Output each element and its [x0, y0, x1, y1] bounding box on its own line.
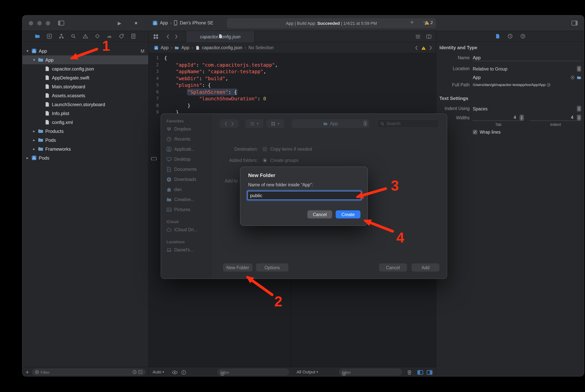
- folder-name-input[interactable]: [247, 191, 361, 200]
- add-file-button[interactable]: +: [25, 369, 29, 375]
- forward-button[interactable]: [174, 34, 178, 39]
- inspector-toggle-icon[interactable]: [572, 20, 578, 26]
- issue-navigator-tab-icon[interactable]: [83, 34, 88, 39]
- history-inspector-tab-icon[interactable]: [508, 34, 513, 39]
- dialog-search-field[interactable]: [377, 119, 439, 128]
- navigator-filter-field[interactable]: [32, 369, 145, 375]
- console-filter-input[interactable]: [342, 370, 399, 374]
- add-editor-split-icon[interactable]: [426, 34, 431, 39]
- clear-console-icon[interactable]: [407, 370, 412, 375]
- tree-row-capacitor-config-json[interactable]: capacitor.config.json: [22, 64, 148, 73]
- swap-editor-icon[interactable]: [423, 20, 429, 26]
- breadcrumb-selection[interactable]: No Selection: [248, 45, 274, 50]
- tree-row-pods[interactable]: ▸Pods: [22, 154, 148, 162]
- icon-view-dropdown[interactable]: ▾: [266, 119, 284, 128]
- editor-tab[interactable]: capacitor.config.json: [186, 31, 255, 42]
- disclosure-down-icon[interactable]: ▾: [32, 58, 36, 62]
- sidebar-item-dropbox[interactable]: Dropbox: [161, 124, 211, 134]
- stepper-icon[interactable]: ▴▾: [520, 115, 524, 120]
- navigator-toggle-icon[interactable]: [58, 20, 64, 26]
- find-navigator-tab-icon[interactable]: [71, 34, 76, 39]
- source-control-status-filter-icon[interactable]: [138, 370, 142, 374]
- previous-issue-icon[interactable]: [414, 46, 419, 50]
- tree-row-info-plist[interactable]: Info.plist: [22, 109, 148, 118]
- disclosure-right-icon[interactable]: ▸: [32, 147, 36, 151]
- dialog-cancel-button[interactable]: Cancel: [379, 264, 407, 272]
- next-issue-icon[interactable]: [429, 46, 433, 50]
- forward-icon[interactable]: [230, 122, 235, 126]
- navigator-filter-input[interactable]: [41, 370, 131, 374]
- sidebar-item-recents[interactable]: Recents: [161, 134, 211, 144]
- sidebar-item-daniel-s[interactable]: Daniel's...: [161, 245, 211, 255]
- back-forward-group[interactable]: [220, 119, 238, 128]
- tree-row-main-storyboard[interactable]: Main.storyboard: [22, 82, 148, 91]
- tree-row-app[interactable]: ▾AppM: [22, 46, 148, 56]
- tree-row-launchscreen-storyboard[interactable]: LaunchScreen.storyboard: [22, 100, 148, 109]
- print-description-icon[interactable]: [181, 370, 186, 375]
- stepper-icon[interactable]: ▴▾: [363, 120, 367, 126]
- stepper-icon[interactable]: ▴▾: [577, 106, 581, 112]
- create-groups-radio[interactable]: [262, 158, 267, 163]
- recent-files-filter-icon[interactable]: [132, 370, 137, 374]
- list-view-dropdown[interactable]: ▾: [245, 119, 263, 128]
- add-editor-button[interactable]: +: [410, 18, 414, 26]
- breadcrumb-file[interactable]: capacitor.config.json: [202, 45, 242, 50]
- tree-row-appdelegate-swift[interactable]: AppDelegate.swift: [22, 73, 148, 82]
- show-console-view-icon[interactable]: [427, 370, 433, 375]
- dialog-add-button[interactable]: Add: [412, 264, 439, 272]
- choose-folder-icon[interactable]: [577, 75, 581, 80]
- reset-location-icon[interactable]: [571, 76, 575, 80]
- sidebar-item-creative[interactable]: Creative...: [161, 194, 211, 204]
- dialog-search-input[interactable]: [386, 121, 436, 126]
- tab-overview-icon[interactable]: [153, 34, 158, 39]
- variables-view-mode[interactable]: Auto▾: [152, 370, 164, 374]
- back-icon[interactable]: [224, 122, 228, 126]
- scheme-selector[interactable]: App › Dan's iPhone SE: [152, 20, 213, 26]
- copy-items-checkbox[interactable]: [262, 147, 267, 152]
- zoom-button[interactable]: [46, 21, 50, 26]
- minimize-button[interactable]: [37, 21, 42, 26]
- tab-width-field[interactable]: 4▴▾: [473, 114, 524, 121]
- folder-path-dropdown[interactable]: App ▴▾: [292, 119, 369, 128]
- wrap-lines-row[interactable]: ✓ Wrap lines: [473, 130, 501, 134]
- tree-row-pods[interactable]: ▸Pods: [22, 136, 148, 144]
- name-field[interactable]: App: [473, 54, 581, 61]
- tree-row-products[interactable]: ▸Products: [22, 127, 148, 136]
- variables-filter-field[interactable]: [218, 369, 289, 375]
- quick-help-inspector-tab-icon[interactable]: [520, 34, 525, 39]
- disclosure-right-icon[interactable]: ▸: [32, 138, 36, 142]
- options-button[interactable]: Options: [256, 264, 288, 272]
- back-button[interactable]: [166, 34, 170, 39]
- report-navigator-tab-icon[interactable]: [131, 34, 136, 39]
- disclosure-right-icon[interactable]: ▸: [32, 129, 36, 133]
- file-inspector-tab-icon[interactable]: [496, 34, 500, 39]
- sidebar-item-pictures[interactable]: Pictures: [161, 204, 211, 214]
- jumpbar-warning-icon[interactable]: [421, 46, 426, 50]
- editor-options-icon[interactable]: [415, 34, 421, 39]
- console-output-mode[interactable]: All Output▾: [297, 370, 318, 374]
- debug-navigator-tab-icon[interactable]: [107, 34, 112, 39]
- show-variables-view-icon[interactable]: [417, 370, 423, 375]
- indent-using-dropdown[interactable]: Spaces▴▾: [473, 105, 581, 112]
- stop-button[interactable]: ■: [135, 20, 137, 25]
- source-control-navigator-tab-icon[interactable]: [47, 34, 52, 39]
- breakpoint-navigator-tab-icon[interactable]: [119, 34, 124, 39]
- disclosure-down-icon[interactable]: ▾: [25, 49, 29, 53]
- wrap-lines-checkbox[interactable]: ✓: [473, 130, 477, 134]
- create-button[interactable]: Create: [336, 210, 360, 218]
- sidebar-item-dan[interactable]: dan: [161, 184, 211, 194]
- breadcrumb-group[interactable]: App: [181, 45, 189, 50]
- run-button[interactable]: ▶: [118, 20, 121, 26]
- sidebar-item-documents[interactable]: Documents: [161, 164, 211, 174]
- tree-row-frameworks[interactable]: ▸Frameworks: [22, 144, 148, 154]
- tree-row-config-xml[interactable]: config.xml: [22, 118, 148, 127]
- sidebar-item-icloud-dri[interactable]: iCloud Dri...: [161, 225, 211, 235]
- open-path-icon[interactable]: [547, 83, 550, 87]
- cancel-button[interactable]: Cancel: [307, 210, 332, 218]
- close-button[interactable]: [29, 21, 33, 26]
- jump-bar[interactable]: App › App › capacitor.config.json › No S…: [149, 42, 436, 54]
- symbol-navigator-tab-icon[interactable]: [59, 34, 64, 39]
- project-navigator-tab-icon[interactable]: [35, 34, 40, 39]
- location-dropdown[interactable]: Relative to Group▴▾: [473, 65, 581, 72]
- stepper-icon[interactable]: ▴▾: [577, 115, 581, 120]
